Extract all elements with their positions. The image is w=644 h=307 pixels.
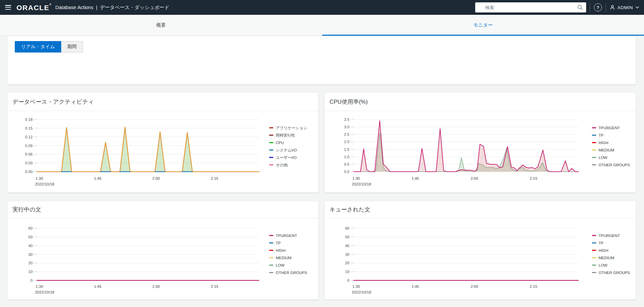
chart-label: 0.09	[25, 144, 33, 148]
running-statements-panel: 実行中の文 60504030201001:301:452:002:152022/…	[7, 201, 318, 300]
legend-swatch	[592, 235, 596, 236]
legend-swatch	[269, 250, 273, 251]
chart-label: 20	[28, 261, 33, 265]
chart-label: TPURGENT	[599, 234, 620, 238]
chart-label: LOW	[599, 156, 607, 160]
legend-swatch	[269, 135, 273, 136]
legend-swatch	[592, 135, 596, 136]
legend-swatch	[269, 142, 273, 143]
legend-swatch	[592, 265, 596, 266]
chart-label: 60	[345, 226, 349, 230]
chart-label: 0.0	[344, 170, 349, 174]
chart-label: 50	[28, 235, 33, 239]
chart-label: 2:00	[470, 284, 478, 288]
legend-swatch	[592, 272, 596, 273]
chart-label: 2022/10/18	[35, 290, 54, 294]
chart-label: その他	[276, 163, 288, 167]
chart-label: MEDIUM	[599, 148, 614, 152]
app-title: Database Actions | データベース・ダッシュボード	[55, 4, 169, 11]
database-activity-panel: データベース・アクティビティ 0.180.150.120.090.060.030…	[7, 93, 318, 193]
chart-label: HIGH	[599, 248, 608, 252]
chart-label: 0	[347, 278, 349, 282]
chart-label: 1:30	[352, 176, 360, 180]
legend-swatch	[592, 257, 596, 258]
app-header: ORACLE® Database Actions | データベース・ダッシュボー…	[0, 0, 644, 15]
legend-swatch	[269, 272, 273, 273]
page: ORACLE® Database Actions | データベース・ダッシュボー…	[0, 0, 644, 307]
chart-label: MEDIUM	[599, 256, 614, 260]
running-statements-title: 実行中の文	[7, 201, 318, 218]
legend-swatch	[269, 257, 273, 258]
user-icon	[610, 5, 615, 10]
chart-label: 40	[28, 244, 33, 248]
page-title: データベース・ダッシュボード	[100, 4, 169, 11]
chart-label: 0.15	[25, 126, 33, 130]
chart-label: 30	[345, 252, 349, 257]
chart-label: 0.06	[25, 152, 33, 156]
chart-label: 2022/10/18	[35, 182, 54, 186]
queued-statements-chart: 60504030201001:301:452:002:152022/10/18T…	[325, 218, 636, 300]
header-divider	[606, 3, 606, 12]
series-fill-wait-activity	[37, 127, 259, 172]
legend-swatch	[592, 250, 596, 251]
chart-label: 1:30	[352, 284, 360, 288]
chart-label: TP	[599, 241, 604, 245]
chart-label: ユーザーI/O	[276, 156, 297, 160]
chart-label: 40	[345, 244, 349, 248]
cpu-usage-chart: 3.53.02.52.01.51.00.50.01:301:452:002:15…	[325, 111, 636, 193]
legend-swatch	[269, 157, 273, 158]
chart-label: MEDIUM	[276, 256, 292, 260]
chart-label: 10	[28, 270, 33, 274]
oracle-logo: ORACLE®	[16, 4, 51, 11]
chart-label: 1:45	[94, 284, 101, 288]
chart-label: 2022/10/18	[352, 290, 371, 294]
search-input[interactable]	[475, 2, 586, 12]
chart-label: 2.0	[344, 140, 349, 144]
chart-label: HIGH	[599, 141, 608, 145]
legend-swatch	[269, 242, 273, 243]
chart-label: 0.18	[25, 117, 33, 122]
queued-statements-panel: キューされた文 60504030201001:301:452:002:15202…	[325, 201, 636, 300]
chart-label: 2:15	[211, 176, 218, 180]
chart-label: LOW	[599, 263, 607, 267]
user-menu[interactable]: ADMIN	[610, 5, 639, 10]
header-divider	[590, 3, 590, 12]
chart-label: TPURGENT	[599, 126, 620, 130]
chart-label: TP	[599, 133, 604, 137]
chart-label: TPURGENT	[276, 234, 297, 238]
chart-label: OTHER GROUPS	[599, 163, 630, 167]
tab-monitor[interactable]: モニター	[322, 15, 644, 36]
series-fill-TPURGENT	[354, 121, 578, 172]
period-button[interactable]: 期間	[61, 41, 83, 53]
user-name: ADMIN	[617, 5, 633, 10]
chart-label: OTHER GROUPS	[276, 271, 307, 275]
help-icon[interactable]: ?	[594, 3, 602, 11]
chart-label: 0	[31, 278, 33, 282]
chart-label: 0.12	[25, 135, 33, 139]
chart-label: システムI/O	[276, 148, 297, 152]
chart-label: OTHER GROUPS	[599, 271, 630, 275]
tab-overview[interactable]: 概要	[0, 15, 322, 36]
realtime-button[interactable]: リアル・タイム	[15, 41, 61, 53]
chart-label: 2:00	[152, 176, 160, 180]
chart-label: 2022/10/18	[352, 182, 371, 186]
chart-label: 1.5	[344, 147, 349, 151]
chart-label: 2:15	[211, 284, 218, 288]
chart-label: 1:30	[36, 284, 43, 288]
chart-label: 1:45	[94, 176, 101, 180]
tab-strip: 概要 モニター	[0, 15, 644, 36]
chart-label: 1.0	[344, 155, 349, 159]
chart-label: TP	[276, 241, 281, 245]
chart-label: 0.00	[25, 170, 33, 174]
search-icon[interactable]	[577, 4, 583, 10]
title-separator: |	[96, 5, 97, 10]
hamburger-menu-icon[interactable]	[5, 5, 11, 10]
legend-swatch	[592, 242, 596, 243]
chart-label: 2:15	[530, 284, 537, 288]
chart-label: 2:00	[152, 284, 160, 288]
legend-swatch	[592, 164, 596, 165]
time-mode-panel: リアル・タイム 期間	[7, 36, 636, 84]
queued-statements-title: キューされた文	[325, 201, 636, 218]
chart-label: 60	[28, 226, 33, 230]
chart-label: 2:00	[470, 176, 478, 180]
